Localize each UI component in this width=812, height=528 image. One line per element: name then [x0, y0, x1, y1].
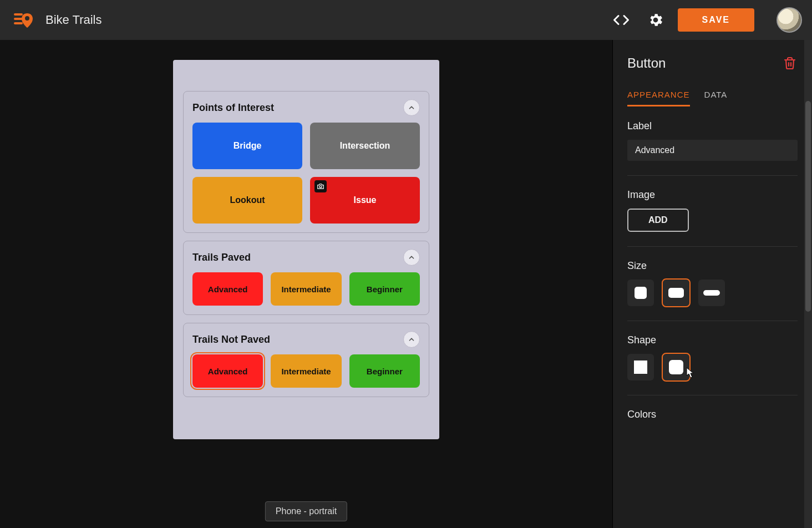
delete-button[interactable] — [782, 55, 798, 71]
tab-data[interactable]: DATA — [704, 90, 728, 106]
image-heading: Image — [627, 189, 798, 201]
canvas-button-label: Issue — [354, 195, 377, 205]
canvas-button[interactable]: Bridge — [192, 123, 302, 169]
section-shape: Shape — [613, 321, 812, 380]
collapse-button[interactable] — [403, 99, 420, 116]
svg-point-4 — [319, 186, 322, 188]
device-frame: Points of InterestBridgeIntersectionLook… — [173, 60, 439, 439]
group-title: Points of Interest — [192, 102, 274, 114]
svg-point-3 — [25, 16, 29, 21]
canvas-button-label: Beginner — [367, 367, 403, 376]
canvas-button-label: Lookout — [230, 195, 265, 205]
inspector-scrollbar[interactable] — [804, 40, 812, 528]
camera-icon — [314, 180, 327, 192]
collapse-button[interactable] — [403, 249, 420, 266]
group-title: Trails Paved — [192, 252, 251, 263]
add-image-button[interactable]: ADD — [627, 209, 689, 232]
section-colors: Colors — [613, 395, 812, 420]
page-title: Bike Trails — [45, 13, 101, 27]
canvas-button-label: Beginner — [367, 285, 403, 294]
label-input[interactable] — [627, 140, 798, 161]
gear-icon[interactable] — [643, 8, 668, 32]
colors-heading: Colors — [627, 409, 798, 420]
app-logo — [10, 7, 35, 33]
size-option-square[interactable] — [627, 280, 654, 306]
canvas-button[interactable]: Advanced — [192, 354, 263, 388]
avatar[interactable] — [777, 7, 802, 33]
canvas-button-label: Advanced — [208, 285, 248, 294]
inspector-panel: Button APPEARANCE DATA Label — [612, 40, 812, 528]
inspector-title: Button — [627, 55, 666, 71]
canvas-button[interactable]: Beginner — [349, 272, 420, 306]
canvas-button-label: Intermediate — [281, 285, 331, 294]
collapse-button[interactable] — [403, 331, 420, 348]
shape-option-square[interactable] — [627, 354, 654, 380]
canvas-button[interactable]: Intermediate — [271, 354, 341, 388]
label-heading: Label — [627, 120, 798, 132]
canvas-button[interactable]: Intersection — [310, 123, 420, 169]
size-heading: Size — [627, 260, 798, 272]
canvas-button[interactable]: Beginner — [349, 354, 420, 388]
code-icon[interactable] — [609, 8, 633, 32]
group-card: Points of InterestBridgeIntersectionLook… — [183, 91, 429, 233]
canvas-button-label: Advanced — [208, 367, 248, 376]
canvas-button[interactable]: Lookout — [192, 177, 302, 224]
section-label: Label — [613, 107, 812, 161]
section-size: Size — [613, 247, 812, 306]
canvas-button[interactable]: Advanced — [192, 272, 263, 306]
size-option-wide[interactable] — [663, 280, 689, 306]
canvas-button-label: Bridge — [234, 141, 262, 151]
canvas-button[interactable]: Intermediate — [271, 272, 341, 306]
canvas-area: Points of InterestBridgeIntersectionLook… — [0, 40, 612, 528]
canvas-button-label: Intermediate — [281, 367, 331, 376]
size-option-pill[interactable] — [698, 280, 725, 306]
shape-heading: Shape — [627, 334, 798, 346]
canvas-button[interactable]: Issue — [310, 177, 420, 224]
viewport-selector[interactable]: Phone - portrait — [265, 501, 347, 521]
canvas-button-label: Intersection — [340, 141, 390, 151]
tab-appearance[interactable]: APPEARANCE — [627, 90, 690, 106]
section-image: Image ADD — [613, 176, 812, 232]
inspector-tabs: APPEARANCE DATA — [613, 90, 812, 107]
group-card: Trails Not PavedAdvancedIntermediateBegi… — [183, 323, 429, 397]
group-title: Trails Not Paved — [192, 334, 270, 346]
save-button[interactable]: SAVE — [678, 8, 754, 32]
shape-option-rounded[interactable] — [663, 354, 689, 380]
topbar: Bike Trails SAVE — [0, 0, 812, 40]
group-card: Trails PavedAdvancedIntermediateBeginner — [183, 241, 429, 315]
